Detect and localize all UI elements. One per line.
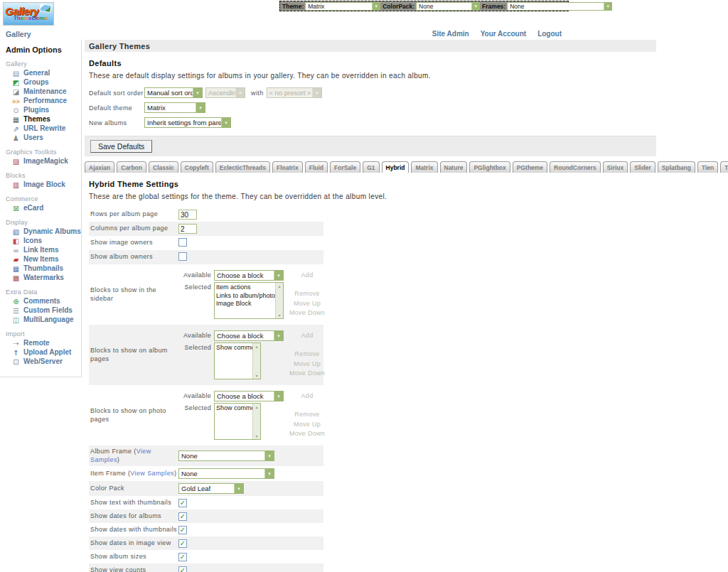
theme-switcher-select[interactable]: Matrix▼	[305, 2, 380, 11]
checkbox-show-view-counts[interactable]: ✓	[178, 566, 187, 572]
tab-floatrix[interactable]: Floatrix	[272, 161, 303, 173]
action-link-remove[interactable]: Remove	[287, 410, 328, 420]
scroll-up-icon[interactable]: ▴	[278, 283, 280, 289]
tab-eclecticthreads[interactable]: EclecticThreads	[215, 161, 270, 173]
select-item-frame[interactable]: None▼	[178, 468, 274, 479]
frames-switcher-select[interactable]: None▼	[507, 2, 612, 11]
scroll-down-icon[interactable]: ▾	[255, 433, 257, 439]
default-theme-select[interactable]: Matrix▼	[144, 102, 205, 113]
selected-blocks-list[interactable]: Show comments▴▾	[214, 403, 261, 440]
tab-pgtheme[interactable]: PGtheme	[513, 161, 547, 173]
available-blocks-select[interactable]: Choose a block▼	[214, 330, 284, 341]
default-sort-order-select[interactable]: Manual sort order▼	[144, 87, 203, 98]
sidebar-item-custom-fields[interactable]: ☰Custom Fields	[6, 306, 81, 315]
sidebar-item-general[interactable]: ▤General	[6, 69, 81, 77]
sidebar-item-watermarks[interactable]: ▩Watermarks	[6, 274, 81, 282]
sidebar-item-thumbnails[interactable]: ▦Thumbnails	[6, 264, 81, 273]
tab-forsale[interactable]: ForSale	[330, 161, 360, 173]
add-link[interactable]: Add	[287, 270, 328, 279]
tab-nature[interactable]: Nature	[440, 161, 468, 173]
sidebar-item-maintenance[interactable]: ◪Maintenance	[6, 87, 81, 96]
action-link-move-up[interactable]: Move Up	[287, 360, 328, 369]
selected-blocks-list[interactable]: Item actionsLinks to album/photo peersIm…	[214, 282, 284, 319]
sidebar-item-image-block[interactable]: ▥Image Block	[6, 180, 81, 189]
available-blocks-select[interactable]: Choose a block▼	[214, 270, 284, 281]
tab-fluid[interactable]: Fluid	[305, 161, 328, 173]
action-link-move-down[interactable]: Move Down	[287, 308, 328, 318]
checkbox-show-album-sizes[interactable]: ✓	[178, 553, 187, 561]
checkbox-show-image-owners[interactable]	[178, 238, 187, 247]
add-link[interactable]: Add	[287, 330, 328, 339]
checkbox-show-album-owners[interactable]	[178, 252, 187, 261]
list-scrollbar[interactable]: ▴▾	[252, 404, 260, 439]
checkbox-show-dates-in-image-view[interactable]: ✓	[178, 539, 187, 548]
text-input-rows-per-album-page[interactable]	[178, 210, 197, 220]
add-link[interactable]: Add	[287, 391, 328, 399]
tab-pglightbox[interactable]: PGlightbox	[469, 161, 510, 173]
scroll-down-icon[interactable]: ▾	[255, 372, 257, 379]
list-scrollbar[interactable]: ▴▾	[252, 343, 260, 379]
action-link-move-up[interactable]: Move Up	[287, 420, 328, 430]
sidebar-item-imagemagick[interactable]: ▨ImageMagick	[6, 157, 81, 166]
available-blocks-select[interactable]: Choose a block▼	[214, 391, 284, 401]
tab-siriux[interactable]: Siriux	[603, 161, 628, 173]
sidebar-item-dynamic-albums[interactable]: ▧Dynamic Albums	[6, 227, 81, 236]
tab-ajaxian[interactable]: Ajaxian	[85, 161, 114, 173]
view-samples-link[interactable]: View Samples	[90, 448, 151, 463]
sidebar-item-url-rewrite[interactable]: ⇗URL Rewrite	[6, 124, 81, 133]
list-option[interactable]: Show comments	[216, 404, 252, 413]
save-defaults-button[interactable]: Save Defaults	[90, 140, 152, 153]
checkbox-show-text-with-thumbnails[interactable]: ✓	[178, 499, 187, 507]
tab-roundcorners[interactable]: RoundCorners	[550, 161, 601, 173]
tab-hybrid[interactable]: Hybrid	[382, 161, 410, 173]
colorpack-switcher-select[interactable]: None▼	[416, 2, 480, 11]
sidebar-item-ecard[interactable]: ⊠eCard	[6, 204, 81, 212]
checkbox-show-dates-for-albums[interactable]: ✓	[178, 512, 187, 521]
scroll-down-icon[interactable]: ▾	[278, 312, 280, 318]
sidebar-item-groups[interactable]: ◩Groups	[6, 78, 81, 87]
tab-tile[interactable]: Tile	[720, 161, 728, 173]
list-option[interactable]: Show comments	[216, 344, 252, 352]
select-color-pack[interactable]: Gold Leaf▼	[178, 483, 244, 494]
action-link-remove[interactable]: Remove	[287, 289, 328, 299]
view-samples-link[interactable]: View Samples	[130, 470, 174, 477]
sidebar-item-performance[interactable]: »»Performance	[6, 97, 81, 105]
sidebar-item-users[interactable]: ♟Users	[6, 134, 81, 142]
sidebar-item-web-server[interactable]: ⊡Web/Server	[6, 357, 81, 366]
sidebar-item-link-items[interactable]: ∞Link Items	[6, 246, 81, 254]
list-option[interactable]: Item actions	[216, 284, 274, 292]
scroll-up-icon[interactable]: ▴	[255, 343, 257, 350]
list-option[interactable]: Links to album/photo peers	[216, 292, 274, 301]
text-input-columns-per-album-page[interactable]	[178, 224, 197, 234]
nav-link-site-admin[interactable]: Site Admin	[432, 30, 469, 38]
tab-copyleft[interactable]: Copyleft	[181, 161, 213, 173]
tab-classic[interactable]: Classic	[149, 161, 178, 173]
sidebar-item-remote[interactable]: ⇢Remote	[6, 339, 81, 347]
sidebar-item-icons[interactable]: ◧Icons	[6, 237, 81, 245]
sidebar-item-upload-applet[interactable]: ⇑Upload Applet	[6, 348, 81, 357]
sidebar-item-themes[interactable]: ▦Themes	[6, 115, 81, 124]
tab-tien[interactable]: Tien	[697, 161, 718, 173]
sidebar-item-multilanguage[interactable]: ◫MultiLanguage	[6, 315, 81, 324]
scroll-up-icon[interactable]: ▴	[255, 404, 257, 410]
action-link-move-down[interactable]: Move Down	[287, 429, 328, 439]
sidebar-item-new-items[interactable]: ▰New Items	[6, 255, 81, 264]
checkbox-show-dates-with-thumbnails[interactable]: ✓	[178, 526, 187, 534]
gallery-home-link[interactable]: Gallery	[6, 30, 31, 38]
list-option[interactable]: Image Block	[216, 300, 274, 308]
action-link-move-up[interactable]: Move Up	[287, 299, 328, 309]
tab-slider[interactable]: Slider	[630, 161, 655, 173]
action-link-move-down[interactable]: Move Down	[287, 369, 328, 379]
tab-matrix[interactable]: Matrix	[411, 161, 437, 173]
action-link-remove[interactable]: Remove	[287, 350, 328, 360]
tab-splatbang[interactable]: Splatbang	[658, 161, 695, 173]
list-scrollbar[interactable]: ▴▾	[275, 283, 283, 318]
sidebar-item-comments[interactable]: ⊕Comments	[6, 297, 81, 306]
gallery-logo[interactable]: Gallery ThemeDemo	[3, 2, 54, 26]
nav-link-logout[interactable]: Logout	[537, 30, 562, 38]
tab-g1[interactable]: G1	[363, 161, 379, 173]
sidebar-item-plugins[interactable]: ⊙Plugins	[6, 106, 81, 114]
nav-link-your-account[interactable]: Your Account	[481, 30, 526, 38]
new-albums-select[interactable]: Inherit settings from parent album▼	[144, 117, 231, 128]
selected-blocks-list[interactable]: Show comments▴▾	[214, 342, 261, 379]
